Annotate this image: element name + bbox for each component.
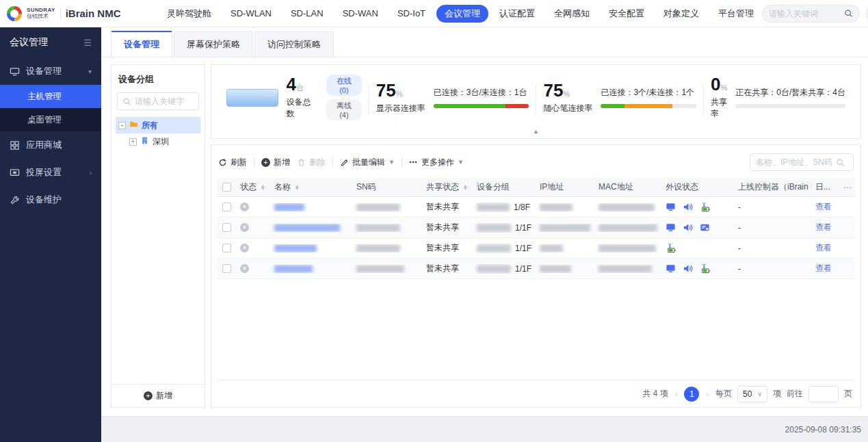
controller-value: - [738, 203, 741, 212]
collapse-stats-button[interactable]: ▲ [220, 127, 852, 137]
sidebar-item-device-mgmt[interactable]: 设备管理 ▾ [0, 57, 101, 85]
share-status: 暂未共享 [426, 263, 459, 274]
delete-button[interactable]: 删除 [297, 157, 326, 168]
tab-屏幕保护策略[interactable]: 屏幕保护策略 [174, 31, 253, 57]
sidebar-item-cast-settings[interactable]: 投屏设置 › [0, 159, 101, 186]
tab-访问控制策略[interactable]: 访问控制策略 [254, 31, 334, 57]
sn-redacted [356, 203, 400, 211]
online-badge: 在线(0) [326, 75, 362, 96]
nav-item-全网感知[interactable]: 全网感知 [546, 5, 598, 23]
brand: SUNDRAY 信锐技术 iBrain NMC [7, 6, 144, 21]
page-number-button[interactable]: 1 [684, 387, 699, 402]
refresh-button[interactable]: 刷新 [218, 157, 247, 168]
divider [867, 8, 867, 19]
divider [402, 157, 402, 167]
add-group-label: 新增 [156, 390, 172, 402]
batch-edit-button[interactable]: 批量编辑 ▼ [340, 157, 395, 168]
column-header-名称[interactable]: 名称▲▼ [270, 181, 352, 193]
search-icon [122, 97, 131, 106]
nav-item-安全配置[interactable]: 安全配置 [601, 5, 653, 23]
prev-page-button[interactable]: ‹ [674, 390, 679, 398]
table-row[interactable]: ×暂未共享1/1F-查看 [217, 238, 855, 259]
table-row[interactable]: ×暂未共享1/1F-查看 [217, 259, 855, 279]
sort-icon[interactable]: ▲▼ [295, 185, 300, 190]
select-all-checkbox[interactable] [222, 183, 231, 192]
search-icon[interactable] [836, 158, 845, 167]
sidebar-item-label: 设备管理 [26, 65, 62, 77]
stat-label: 共享率 [711, 96, 727, 120]
plus-icon: + [261, 158, 270, 167]
refresh-label: 刷新 [231, 157, 247, 168]
group-search[interactable] [117, 92, 199, 110]
view-log-link[interactable]: 查看 [815, 222, 832, 233]
tree-expander-icon[interactable]: + [129, 138, 137, 146]
add-device-button[interactable]: + 新增 [261, 157, 290, 168]
per-page-label: 每页 [715, 388, 732, 400]
stat-unit: 台 [296, 83, 304, 92]
top-bar: SUNDRAY 信锐技术 iBrain NMC 灵眸驾驶舱SD-WLANSD-L… [0, 0, 868, 27]
nav-item-SD-WLAN[interactable]: SD-WLAN [222, 5, 280, 21]
stat-detail: 已连接：3台/未连接：1台 [434, 87, 529, 99]
sidebar-collapse-icon[interactable]: ☰ [83, 38, 92, 48]
sidebar-item-host-mgmt[interactable]: 主机管理 [0, 85, 101, 108]
table-row[interactable]: ×暂未共享1/8F-查看 [217, 197, 855, 218]
device-name-redacted[interactable] [274, 203, 304, 211]
content-area: 设备分组 -所有+深圳 + 新增 [101, 57, 868, 416]
nav-item-SD-WAN[interactable]: SD-WAN [334, 5, 386, 21]
group-floor: 1/1F [515, 244, 531, 253]
sidebar-item-app-store[interactable]: 应用商城 [0, 131, 101, 159]
table-search-input[interactable] [756, 157, 832, 167]
sidebar-subitem-label: 主机管理 [27, 91, 62, 103]
nav-item-灵眸驾驶舱[interactable]: 灵眸驾驶舱 [159, 5, 220, 23]
table-search[interactable] [750, 153, 854, 171]
row-checkbox[interactable] [222, 223, 231, 232]
view-log-link[interactable]: 查看 [815, 201, 832, 213]
add-group-button[interactable]: + 新增 [111, 384, 205, 407]
nav-item-对象定义[interactable]: 对象定义 [655, 5, 707, 23]
table-row[interactable]: ×暂未共享1/1F-查看 [217, 218, 855, 238]
ip-redacted [540, 265, 571, 273]
nav-item-认证配置[interactable]: 认证配置 [491, 5, 543, 23]
more-actions-label: 更多操作 [421, 157, 454, 168]
view-log-link[interactable]: 查看 [815, 242, 832, 254]
nav-item-平台管理[interactable]: 平台管理 [710, 5, 762, 23]
column-header-状态[interactable]: 状态▲▼ [236, 181, 270, 193]
sidebar-item-device-maintenance[interactable]: 设备维护 [0, 186, 101, 213]
table-empty-space [217, 279, 855, 380]
sidebar-item-desktop-mgmt[interactable]: 桌面管理 [0, 108, 101, 131]
speaker-icon [683, 263, 693, 274]
device-name-redacted[interactable] [274, 224, 340, 232]
nav-item-SD-LAN[interactable]: SD-LAN [282, 5, 332, 21]
global-search[interactable] [762, 5, 860, 23]
search-icon[interactable] [844, 9, 853, 18]
row-checkbox[interactable] [222, 203, 231, 211]
sort-icon[interactable]: ▲▼ [261, 185, 265, 190]
group-search-input[interactable] [135, 96, 194, 106]
tree-node-所有[interactable]: -所有 [116, 117, 200, 133]
table-toolbar: 刷新 + 新增 删除 [217, 151, 855, 178]
nav-item-SD-IoT[interactable]: SD-IoT [389, 5, 434, 21]
global-search-input[interactable] [769, 9, 844, 18]
next-page-button[interactable]: › [705, 390, 710, 398]
more-actions-button[interactable]: ⋯ 更多操作 ▼ [409, 157, 464, 168]
offline-badge: 离线(4) [326, 99, 362, 120]
column-header-共享状态[interactable]: 共享状态▲▼ [422, 181, 473, 193]
goto-page-input[interactable] [808, 386, 839, 402]
row-checkbox[interactable] [222, 244, 231, 252]
device-name-redacted[interactable] [274, 244, 317, 252]
page-size-select[interactable]: 50 ∨ [737, 386, 767, 402]
row-checkbox[interactable] [222, 264, 231, 273]
mac-redacted [599, 265, 652, 273]
view-log-link[interactable]: 查看 [815, 263, 832, 274]
share-status: 暂未共享 [426, 222, 459, 233]
tree-expander-icon[interactable]: - [118, 122, 126, 129]
column-header-上线控制器（iBrain NMC/NAC）: 上线控制器（iBrain NMC/NAC） [734, 181, 811, 193]
column-header-外设状态: 外设状态 [661, 181, 734, 193]
pen-battery-icon [666, 243, 676, 253]
tab-设备管理[interactable]: 设备管理 [111, 31, 172, 57]
device-name-redacted[interactable] [274, 265, 313, 273]
sort-icon[interactable]: ▲▼ [463, 185, 468, 190]
column-settings-icon[interactable]: ⋯ [840, 183, 855, 192]
tree-node-深圳[interactable]: +深圳 [127, 133, 200, 150]
nav-item-会议管理[interactable]: 会议管理 [436, 5, 488, 23]
